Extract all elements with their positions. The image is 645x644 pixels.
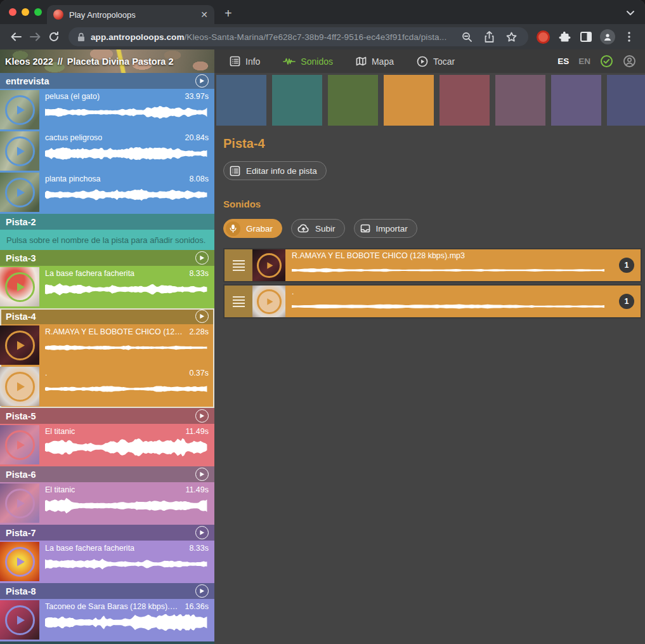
play-sound-icon[interactable] — [252, 249, 285, 281]
play-sound-icon[interactable] — [0, 367, 39, 406]
play-track-icon[interactable] — [195, 251, 209, 265]
track-color-swatch[interactable] — [551, 75, 601, 126]
sound-item[interactable]: pelusa (el gato) 33.97s — [0, 90, 214, 129]
profile-avatar[interactable] — [598, 27, 617, 46]
track-color-swatch[interactable] — [607, 75, 645, 126]
forward-icon[interactable] — [25, 27, 44, 46]
sidebar-track-header[interactable]: Pista-6 — [0, 466, 214, 482]
side-panel-icon[interactable] — [577, 27, 596, 46]
sound-thumbnail[interactable] — [0, 425, 39, 464]
tab-info[interactable]: Info — [230, 56, 260, 67]
new-tab-icon[interactable]: + — [225, 6, 232, 21]
lang-es[interactable]: ES — [557, 56, 569, 66]
play-sound-icon[interactable] — [252, 286, 285, 317]
sound-waveform[interactable] — [292, 262, 608, 279]
import-sound-button[interactable]: Importar — [354, 219, 417, 238]
back-icon[interactable] — [6, 27, 25, 46]
lang-en[interactable]: EN — [578, 56, 590, 66]
reload-icon[interactable] — [44, 27, 63, 46]
tab-tocar[interactable]: Tocar — [417, 56, 455, 67]
share-icon[interactable] — [481, 29, 497, 45]
play-sound-icon[interactable] — [0, 90, 39, 129]
tab-mapa[interactable]: Mapa — [356, 56, 394, 67]
play-sound-icon[interactable] — [0, 131, 39, 171]
extensions-puzzle-icon[interactable] — [555, 27, 574, 46]
project-banner[interactable]: Kleos 2022 // Placeta Divina Pastora 2 — [0, 49, 214, 73]
play-sound-icon[interactable] — [0, 173, 39, 212]
record-icon[interactable] — [533, 27, 552, 46]
sidebar-track-header[interactable]: Pista-2 — [0, 214, 214, 230]
sidebar-track-header[interactable]: Pista-3 — [0, 250, 214, 266]
sidebar-track-header[interactable]: Pista-7 — [0, 525, 214, 541]
sound-thumbnail[interactable] — [0, 542, 39, 581]
play-track-icon[interactable] — [195, 310, 209, 323]
play-track-icon[interactable] — [195, 468, 209, 481]
sound-thumbnail[interactable] — [0, 600, 39, 640]
track-color-swatch-selected[interactable] — [384, 75, 434, 126]
play-track-icon[interactable] — [195, 526, 209, 539]
sidebar-track-header[interactable]: Pista-4 — [0, 308, 214, 324]
zoom-out-icon[interactable] — [459, 29, 475, 45]
minimize-window-icon[interactable] — [22, 8, 29, 16]
sound-item[interactable]: El titanic 11.49s — [0, 483, 214, 523]
close-window-icon[interactable] — [9, 8, 16, 16]
sidebar-track-header[interactable]: Pista-8 — [0, 583, 214, 599]
bookmark-star-icon[interactable] — [503, 29, 519, 45]
track-color-swatch[interactable] — [440, 75, 490, 126]
drag-handle-icon[interactable] — [225, 249, 252, 281]
track-color-swatch[interactable] — [216, 75, 266, 126]
play-track-icon[interactable] — [195, 409, 209, 423]
sound-waveform[interactable] — [45, 612, 209, 633]
edit-track-info-button[interactable]: Editar info de pista — [223, 161, 327, 180]
sound-thumbnail[interactable] — [0, 173, 39, 212]
sound-thumbnail[interactable] — [0, 483, 39, 523]
sound-item[interactable]: cactus peligroso 20.84s — [0, 131, 214, 171]
sound-waveform[interactable] — [45, 553, 209, 575]
tab-search-chevron-icon[interactable] — [626, 8, 635, 19]
play-sound-icon[interactable] — [0, 483, 39, 523]
browser-tab[interactable]: Play Antropoloops ✕ — [47, 5, 214, 24]
sound-thumbnail[interactable] — [0, 131, 39, 171]
sound-waveform[interactable] — [45, 337, 209, 358]
sound-thumbnail[interactable] — [0, 90, 39, 129]
track-color-swatch[interactable] — [495, 75, 545, 126]
play-sound-icon[interactable] — [0, 542, 39, 581]
play-sound-icon[interactable] — [0, 267, 39, 306]
sound-item[interactable]: . 0.37s — [0, 367, 214, 406]
sound-waveform[interactable] — [292, 298, 608, 315]
sound-item[interactable]: El titanic 11.49s — [0, 425, 214, 464]
address-bar[interactable]: app.antropoloops.com/Kleos-Santa-Marina/… — [68, 27, 528, 46]
browser-menu-icon[interactable] — [620, 27, 639, 46]
play-sound-icon[interactable] — [0, 425, 39, 464]
zoom-window-icon[interactable] — [34, 8, 42, 16]
record-sound-button[interactable]: Grabar — [223, 219, 282, 238]
main-sound-row[interactable]: . 1 — [223, 284, 642, 319]
main-sound-row[interactable]: R.AMAYA Y EL BOBOTE CHICO (128 kbps).mp3… — [223, 248, 642, 282]
play-track-icon[interactable] — [195, 74, 209, 88]
sound-waveform[interactable] — [45, 495, 209, 516]
close-tab-icon[interactable]: ✕ — [200, 10, 208, 19]
play-track-icon[interactable] — [195, 584, 209, 598]
track-color-swatch[interactable] — [272, 75, 322, 126]
tab-sonidos[interactable]: Sonidos — [283, 56, 333, 67]
sound-waveform[interactable] — [45, 378, 209, 400]
drag-handle-icon[interactable] — [225, 286, 252, 317]
sound-waveform[interactable] — [45, 102, 209, 123]
sound-item[interactable]: Taconeo de Sara Baras (128 kbps).mp3 16.… — [0, 600, 214, 640]
sound-item[interactable]: planta pinchosa 8.08s — [0, 173, 214, 212]
sound-item[interactable]: La base fachera facherita 8.33s — [0, 542, 214, 581]
sound-waveform[interactable] — [45, 437, 209, 458]
sound-thumbnail[interactable] — [0, 367, 39, 406]
play-sound-icon[interactable] — [0, 325, 39, 365]
sound-thumbnail[interactable] — [0, 325, 39, 365]
sound-thumbnail[interactable] — [0, 267, 39, 306]
sidebar-track-header[interactable]: entrevista — [0, 73, 214, 89]
sound-waveform[interactable] — [45, 279, 209, 300]
play-sound-icon[interactable] — [0, 600, 39, 640]
sound-item[interactable]: La base fachera facherita 8.33s — [0, 267, 214, 306]
account-icon[interactable] — [623, 55, 636, 68]
sidebar-track-header[interactable]: Pista-5 — [0, 408, 214, 424]
sound-waveform[interactable] — [45, 184, 209, 206]
sound-waveform[interactable] — [45, 143, 209, 164]
track-color-swatch[interactable] — [328, 75, 378, 126]
